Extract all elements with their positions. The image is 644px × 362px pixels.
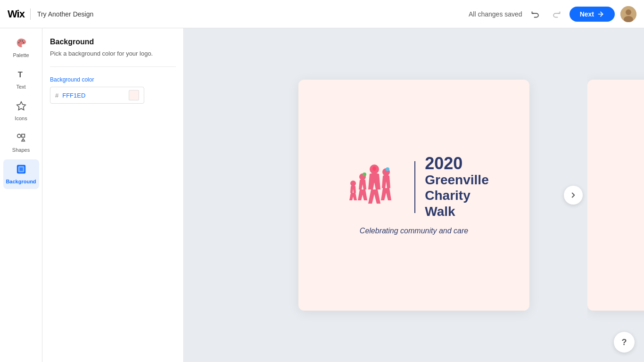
logo-year: 2020 bbox=[425, 155, 488, 172]
logo-tagline: Celebrating community and care bbox=[360, 227, 468, 235]
canvas-area: 2020 Greenville Charity Walk Celebrating… bbox=[184, 28, 644, 362]
background-panel: Background Pick a background color for y… bbox=[42, 28, 184, 362]
sidebar-icons: Palette T Text Icons bbox=[0, 28, 42, 362]
panel-subtitle: Pick a background color for your logo. bbox=[50, 50, 176, 57]
svg-point-5 bbox=[19, 41, 21, 42]
logo-content: 2020 Greenville Charity Walk bbox=[339, 155, 488, 220]
logo-name-line3: Walk bbox=[425, 204, 488, 220]
right-card: https://www.m Cele bbox=[587, 80, 644, 311]
help-icon: ? bbox=[622, 337, 627, 347]
shapes-icon bbox=[16, 132, 26, 145]
panel-title: Background bbox=[50, 38, 176, 46]
main-layout: Palette T Text Icons bbox=[0, 28, 644, 362]
logo-card: 2020 Greenville Charity Walk Celebrating… bbox=[298, 80, 529, 311]
shapes-label: Shapes bbox=[12, 147, 30, 153]
undo-button[interactable] bbox=[528, 7, 543, 22]
svg-point-4 bbox=[18, 42, 19, 43]
svg-rect-11 bbox=[21, 134, 24, 137]
svg-point-6 bbox=[21, 41, 23, 42]
svg-point-19 bbox=[363, 173, 366, 176]
right-preview-area: https://www.m Cele bbox=[587, 28, 644, 362]
header-right: All changes saved Next bbox=[469, 6, 636, 22]
svg-point-2 bbox=[626, 9, 631, 15]
svg-text:T: T bbox=[17, 70, 22, 79]
palette-label: Palette bbox=[13, 52, 29, 58]
text-label: Text bbox=[16, 84, 25, 90]
sidebar-item-text[interactable]: T Text bbox=[3, 65, 39, 94]
color-swatch[interactable] bbox=[129, 90, 139, 100]
svg-point-17 bbox=[386, 167, 389, 171]
logo-text-area: 2020 Greenville Charity Walk bbox=[425, 155, 488, 220]
avatar[interactable] bbox=[620, 6, 636, 22]
palette-icon bbox=[16, 38, 26, 50]
text-icon: T bbox=[16, 69, 26, 82]
redo-button[interactable] bbox=[549, 7, 564, 22]
header-title: Try Another Design bbox=[37, 10, 93, 18]
next-label: Next bbox=[580, 10, 594, 18]
sidebar-item-background[interactable]: Background bbox=[3, 159, 39, 189]
background-label: Background bbox=[6, 179, 36, 184]
hash-symbol: # bbox=[55, 92, 58, 99]
logo-name-line1: Greenville bbox=[425, 172, 488, 188]
svg-point-10 bbox=[17, 134, 20, 138]
icons-label: Icons bbox=[15, 115, 27, 121]
svg-marker-9 bbox=[17, 102, 25, 110]
color-value-input[interactable] bbox=[62, 92, 125, 99]
svg-point-20 bbox=[350, 181, 356, 186]
wix-logo: Wix bbox=[8, 8, 25, 20]
header-divider bbox=[30, 8, 31, 20]
sidebar-item-shapes[interactable]: Shapes bbox=[3, 128, 39, 157]
svg-rect-14 bbox=[19, 167, 23, 171]
logo-divider bbox=[414, 161, 415, 213]
logo-name-line2: Charity bbox=[425, 188, 488, 204]
sidebar-item-icons[interactable]: Icons bbox=[3, 96, 39, 126]
next-button[interactable]: Next bbox=[570, 7, 615, 22]
svg-point-7 bbox=[23, 42, 24, 43]
panel-divider bbox=[50, 66, 176, 67]
icons-icon bbox=[16, 101, 26, 114]
help-button[interactable]: ? bbox=[614, 332, 635, 353]
sidebar-item-palette[interactable]: Palette bbox=[3, 33, 39, 63]
next-design-button[interactable] bbox=[564, 186, 583, 205]
logo-icon-area bbox=[339, 159, 405, 215]
color-input-row[interactable]: # bbox=[50, 87, 144, 104]
changes-saved-text: All changes saved bbox=[469, 10, 522, 18]
header: Wix Try Another Design All changes saved… bbox=[0, 0, 644, 28]
background-icon bbox=[16, 164, 26, 177]
bg-color-label: Background color bbox=[50, 76, 176, 83]
